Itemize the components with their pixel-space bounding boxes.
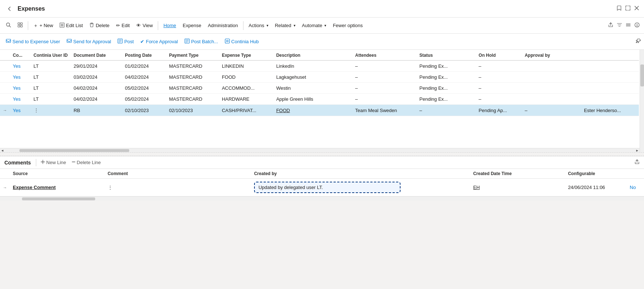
post-batch-button[interactable]: Post Batch...: [182, 37, 221, 47]
export-icon[interactable]: [634, 159, 640, 166]
bookmark-icon[interactable]: [616, 5, 622, 12]
fewer-options-button[interactable]: Fewer options: [330, 21, 366, 30]
edit-button[interactable]: ✏ Edit: [113, 21, 133, 30]
delete-button[interactable]: Delete: [86, 21, 112, 30]
expense-tab[interactable]: Expense: [180, 21, 204, 30]
new-line-button[interactable]: New Line: [38, 159, 68, 166]
horizontal-scrollbar[interactable]: ◄ ►: [0, 148, 640, 152]
comment-dashed-box: Updated by delegated user LT.: [254, 182, 401, 193]
row-post-date: 05/02/2024: [122, 94, 166, 105]
table-row[interactable]: Yes LT 29/01/2024 01/02/2024 MASTERCARD …: [0, 60, 639, 72]
search-button[interactable]: [3, 21, 14, 30]
comments-col-configurable-header: Configurable: [565, 169, 627, 179]
comments-col-created-by-header: Created by: [251, 169, 470, 179]
comment-row-arrow: →: [0, 179, 10, 196]
comment-text: Updated by delegated user LT.: [258, 185, 323, 190]
row-expense-type: ACCOMMOD...: [219, 83, 273, 94]
col-description-header[interactable]: Description: [273, 50, 352, 60]
comments-table: Source Comment Created by Created Date T…: [0, 169, 644, 196]
row-arrow: [0, 94, 10, 105]
row-approval-by: [522, 83, 581, 94]
edit-list-button[interactable]: Edit List: [57, 21, 86, 30]
row-payment-type: MASTERCARD: [166, 94, 219, 105]
section-divider: [0, 152, 644, 156]
share-icon[interactable]: [608, 22, 613, 29]
row-status: Pending Ex...: [417, 83, 476, 94]
back-button[interactable]: [4, 4, 15, 14]
delete-line-icon: [71, 160, 76, 165]
comment-dots-cell: ⋮: [105, 179, 251, 196]
view-button[interactable]: 👁 View: [133, 21, 156, 30]
row-context-menu[interactable]: ⋮: [34, 107, 39, 113]
comment-context-menu[interactable]: ⋮: [108, 185, 113, 190]
vertical-scrollbar[interactable]: [640, 50, 644, 152]
col-attendees-header[interactable]: Attendees: [352, 50, 416, 60]
new-button[interactable]: ＋ + New: [30, 21, 56, 31]
row-user-id: LT: [31, 60, 71, 72]
col-approval-by-header[interactable]: Approval by: [522, 50, 581, 60]
table-row[interactable]: Yes LT 04/02/2024 05/02/2024 MASTERCARD …: [0, 94, 639, 105]
row-on-hold: –: [476, 83, 522, 94]
send-for-approval-icon: [67, 38, 72, 45]
row-doc-date: 04/02/2024: [71, 83, 122, 94]
scroll-right-arrow[interactable]: ►: [636, 149, 639, 152]
title-icons: [616, 5, 640, 12]
row-status: Pending Ex...: [417, 72, 476, 83]
comment-row[interactable]: → Expense Comment ⋮ Updated by delegated…: [0, 179, 644, 196]
col-doc-date-header[interactable]: Document Date: [71, 50, 122, 60]
comment-configurable: No: [627, 179, 644, 196]
close-icon[interactable]: [634, 5, 640, 12]
lines-icon[interactable]: [626, 22, 631, 29]
search-icon: [6, 22, 11, 29]
table-row[interactable]: Yes LT 04/02/2024 05/02/2024 MASTERCARD …: [0, 83, 639, 94]
filter-icon[interactable]: [617, 22, 622, 29]
send-to-expense-icon: [6, 38, 11, 45]
bottom-scrollbar[interactable]: [0, 196, 644, 201]
row-post-date: 01/02/2024: [122, 60, 166, 72]
actions-button[interactable]: Actions: [246, 21, 271, 30]
row-on-hold: –: [476, 94, 522, 105]
delete-line-button[interactable]: Delete Line: [69, 159, 103, 166]
comments-toolbar: Comments New Line Delete Line: [0, 156, 644, 169]
related-button[interactable]: Related: [272, 21, 298, 30]
table-row[interactable]: Yes LT 03/02/2024 04/02/2024 MASTERCARD …: [0, 72, 639, 83]
row-on-hold: –: [476, 60, 522, 72]
col-post-date-header[interactable]: Posting Date: [122, 50, 166, 60]
comment-source: Expense Comment: [10, 179, 105, 196]
col-on-hold-header[interactable]: On Hold: [476, 50, 522, 60]
comment-created-datetime: 24/06/2024 11:06: [565, 179, 627, 196]
scroll-left-arrow[interactable]: ◄: [1, 149, 4, 152]
col-arrow-header: [0, 50, 10, 60]
pin-icon[interactable]: [636, 38, 641, 45]
administration-tab[interactable]: Administration: [205, 21, 241, 30]
svg-rect-2: [21, 23, 22, 25]
send-for-approval-button[interactable]: Send for Approval: [64, 37, 114, 47]
send-to-expense-user-button[interactable]: Send to Expense User: [3, 37, 63, 47]
row-arrow: [0, 72, 10, 83]
row-status: Pending Ex...: [417, 60, 476, 72]
automate-button[interactable]: Automate: [299, 21, 330, 30]
expand-icon[interactable]: [625, 5, 631, 12]
force-approval-button[interactable]: ✔ Force Approval: [137, 37, 180, 46]
col-co-header[interactable]: Co...: [10, 50, 31, 60]
post-button[interactable]: Post: [115, 37, 137, 47]
row-approval-by: Ester Henderso...: [581, 105, 639, 116]
continia-hub-button[interactable]: Continia Hub: [222, 37, 262, 47]
table-row[interactable]: → Yes ⋮ RB 02/10/2023 02/10/2023 CASH/PR…: [0, 105, 639, 116]
home-tab[interactable]: Home: [160, 21, 179, 30]
info-icon[interactable]: [634, 22, 640, 29]
row-expense-type: FOOD: [219, 72, 273, 83]
row-on-hold: –: [522, 105, 581, 116]
col-payment-type-header[interactable]: Payment Type: [166, 50, 219, 60]
post-batch-icon: [185, 38, 190, 45]
col-expense-type-header[interactable]: Expense Type: [219, 50, 273, 60]
comments-section: Comments New Line Delete Line: [0, 156, 644, 196]
col-status-header[interactable]: Status: [417, 50, 476, 60]
row-description: Lagkagehuset: [273, 72, 352, 83]
row-attendees: –: [352, 60, 416, 72]
grid-button[interactable]: [15, 21, 26, 30]
row-co: Yes: [10, 105, 31, 116]
col-user-id-header[interactable]: Continia User ID: [31, 50, 71, 60]
page-title: Expenses: [18, 5, 45, 12]
row-description: LinkedIn: [273, 60, 352, 72]
